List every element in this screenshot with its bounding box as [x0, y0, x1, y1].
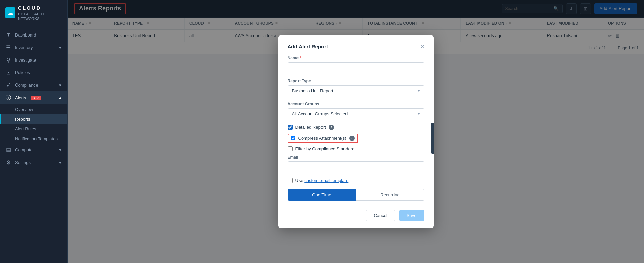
tab-one-time[interactable]: One Time: [288, 189, 356, 201]
account-groups-select-wrap: All Account Groups Selected ▼: [288, 108, 424, 119]
compress-attachments-checkbox[interactable]: [291, 136, 295, 140]
report-type-label: Report Type: [288, 79, 424, 83]
chevron-down-icon: ▼: [58, 83, 62, 87]
sidebar-item-overview[interactable]: Overview: [0, 104, 67, 114]
sidebar-item-label: Dashboard: [15, 32, 37, 38]
report-type-select-wrap: Business Unit Report Detailed Report Sum…: [288, 85, 424, 96]
chevron-down-icon: ▼: [58, 46, 62, 49]
sidebar-item-settings[interactable]: ⚙ Settings ▼: [0, 156, 67, 169]
report-type-select[interactable]: Business Unit Report Detailed Report Sum…: [288, 85, 424, 96]
account-groups-group: Account Groups All Account Groups Select…: [288, 102, 424, 119]
settings-icon: ⚙: [5, 159, 11, 166]
custom-email-template-link[interactable]: custom email template: [304, 178, 348, 183]
sidebar: ☁ CLOUD BY PALO ALTO NETWORKS ⊞ Dashboar…: [0, 0, 68, 263]
email-label: Email: [288, 155, 424, 160]
sidebar-item-label: Inventory: [15, 45, 33, 50]
compress-attachments-area: Compress Attachment(s) i Enabling this f…: [288, 134, 424, 143]
investigate-icon: ⚲: [5, 57, 11, 63]
name-input[interactable]: [288, 62, 424, 73]
sidebar-item-label: Investigate: [15, 57, 36, 63]
name-label: Name *: [288, 56, 424, 61]
filter-compliance-checkbox[interactable]: [288, 146, 293, 151]
email-input[interactable]: [288, 161, 424, 172]
detailed-report-info-icon[interactable]: i: [329, 125, 334, 130]
email-group: Email: [288, 155, 424, 172]
custom-email-row: Use custom email template: [288, 178, 424, 183]
sidebar-item-alert-rules[interactable]: Alert Rules: [0, 124, 67, 134]
inventory-icon: ☰: [5, 44, 11, 51]
alerts-icon: ⓘ: [5, 94, 11, 101]
compute-icon: ▤: [5, 147, 11, 153]
tab-recurring[interactable]: Recurring: [356, 189, 424, 201]
sidebar-item-reports[interactable]: Reports: [0, 114, 67, 124]
logo-text: CLOUD BY PALO ALTO NETWORKS: [18, 5, 62, 21]
modal-footer: Cancel Save: [288, 207, 424, 221]
compress-tooltip: Enabling this feature will compressed th…: [431, 123, 434, 154]
logo-area: ☁ CLOUD BY PALO ALTO NETWORKS: [0, 0, 67, 26]
chevron-down-icon: ▼: [58, 161, 62, 164]
sidebar-item-label: Alerts: [15, 95, 26, 100]
cancel-button[interactable]: Cancel: [366, 210, 395, 221]
sidebar-item-alerts[interactable]: ⓘ Alerts 313 ▲: [0, 91, 67, 104]
sidebar-item-compliance[interactable]: ✓ Compliance ▼: [0, 79, 67, 91]
schedule-tabs: One Time Recurring: [288, 189, 424, 201]
sidebar-nav: ⊞ Dashboard ☰ Inventory ▼ ⚲ Investigate …: [0, 26, 67, 263]
main-content: Alerts Reports 🔍 ⬇ ⊞ Add Alert Report NA…: [68, 0, 644, 263]
chevron-up-icon: ▲: [58, 96, 62, 100]
compress-attachments-row: Compress Attachment(s) i: [288, 134, 358, 143]
required-indicator: *: [300, 56, 302, 61]
dashboard-icon: ⊞: [5, 32, 11, 38]
save-button[interactable]: Save: [399, 210, 424, 221]
sidebar-item-notification-templates[interactable]: Notification Templates: [0, 134, 67, 144]
sidebar-item-inventory[interactable]: ☰ Inventory ▼: [0, 41, 67, 54]
filter-compliance-label: Filter by Compliance Standard: [295, 146, 355, 151]
modal-close-button[interactable]: ×: [421, 44, 424, 50]
name-field-group: Name *: [288, 56, 424, 73]
compliance-icon: ✓: [5, 82, 11, 88]
chevron-down-icon: ▼: [58, 148, 62, 152]
compress-info-icon[interactable]: i: [349, 136, 355, 141]
alerts-subnav: Overview Reports Alert Rules Notificatio…: [0, 104, 67, 144]
compress-label: Compress Attachment(s): [298, 136, 347, 141]
modal-title: Add Alert Report: [288, 44, 328, 49]
policies-icon: ⊡: [5, 69, 11, 76]
sidebar-item-label: Compute: [15, 147, 33, 152]
account-groups-label: Account Groups: [288, 102, 424, 106]
sidebar-item-compute[interactable]: ▤ Compute ▼: [0, 144, 67, 156]
account-groups-select[interactable]: All Account Groups Selected: [288, 108, 424, 119]
sidebar-item-investigate[interactable]: ⚲ Investigate: [0, 54, 67, 66]
sidebar-item-label: Compliance: [15, 82, 38, 88]
report-type-group: Report Type Business Unit Report Detaile…: [288, 79, 424, 96]
modal: Add Alert Report × Name * Report Type Bu…: [278, 35, 434, 228]
sidebar-item-label: Policies: [15, 70, 30, 75]
modal-overlay: Add Alert Report × Name * Report Type Bu…: [68, 0, 644, 263]
detailed-report-checkbox[interactable]: [288, 125, 293, 130]
detailed-report-label: Detailed Report: [295, 125, 326, 130]
sidebar-item-policies[interactable]: ⊡ Policies: [0, 66, 67, 79]
alerts-badge: 313: [31, 96, 41, 100]
detailed-report-row: Detailed Report i: [288, 125, 424, 130]
custom-email-checkbox[interactable]: [288, 178, 293, 183]
modal-header: Add Alert Report ×: [288, 44, 424, 50]
sidebar-item-label: Settings: [15, 160, 31, 165]
sidebar-item-dashboard[interactable]: ⊞ Dashboard: [0, 29, 67, 41]
logo-icon: ☁: [5, 7, 15, 18]
filter-compliance-row: Filter by Compliance Standard: [288, 146, 424, 151]
